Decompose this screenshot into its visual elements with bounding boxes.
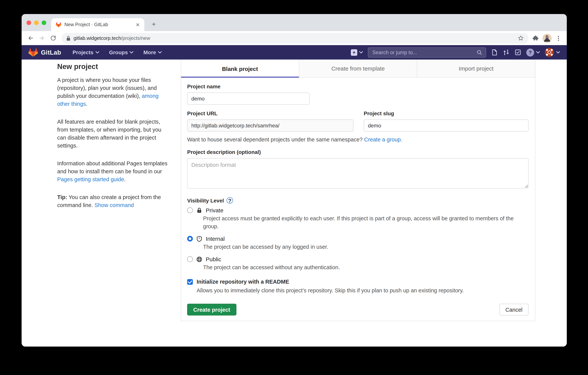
- url-path: /projects/new: [121, 35, 150, 41]
- back-arrow-icon: [27, 35, 33, 41]
- sidebar-tip: Tip: You can also create a project from …: [57, 193, 168, 209]
- project-description-label: Project description (optional): [187, 149, 528, 155]
- private-option-description: Project access must be granted explicitl…: [203, 215, 528, 231]
- form-actions: Create project Cancel: [187, 304, 528, 315]
- reload-icon: [50, 35, 56, 41]
- browser-tab-title: New Project · GitLab: [64, 22, 131, 27]
- search-input[interactable]: [372, 49, 474, 55]
- url-text: gitlab.widgetcorp.tech/projects/new: [74, 35, 514, 41]
- bookmark-star-icon[interactable]: [517, 35, 524, 41]
- tab-create-from-template[interactable]: Create from template: [299, 60, 417, 78]
- chevron-down-icon[interactable]: [536, 51, 540, 54]
- gitlab-brand[interactable]: GitLab: [28, 48, 61, 57]
- browser-window: New Project · GitLab ✕ + gitlab.widgetc: [21, 14, 567, 347]
- traffic-lights: [27, 21, 46, 25]
- visibility-option-private: Private Project access must be granted e…: [187, 207, 528, 231]
- chevron-down-icon: [158, 51, 162, 54]
- gitlab-brand-name: GitLab: [41, 49, 61, 56]
- browser-menu-icon[interactable]: [556, 35, 561, 41]
- readme-checkbox[interactable]: [187, 279, 193, 285]
- visibility-option-internal: Internal The project can be accessed by …: [187, 235, 528, 251]
- visibility-level-label: Visibility Level: [187, 197, 224, 203]
- cancel-button[interactable]: Cancel: [499, 304, 528, 315]
- menu-projects[interactable]: Projects: [73, 49, 99, 55]
- project-name-input[interactable]: [187, 92, 310, 105]
- new-tab-button[interactable]: +: [149, 19, 159, 29]
- chevron-down-icon: [130, 51, 134, 54]
- public-option-label[interactable]: Public: [206, 256, 221, 262]
- search-icon: [477, 49, 482, 55]
- visibility-option-public: Public The project can be accessed witho…: [187, 256, 528, 272]
- tab-blank-project[interactable]: Blank project: [181, 60, 299, 78]
- issues-icon[interactable]: [491, 49, 498, 56]
- tab-close-icon[interactable]: ✕: [134, 22, 141, 27]
- reload-button[interactable]: [48, 33, 58, 43]
- menu-more[interactable]: More: [143, 49, 162, 55]
- namespace-hint: Want to house several dependent projects…: [187, 136, 528, 143]
- sidebar-paragraph: All features are enabled for blank proje…: [57, 118, 168, 150]
- tab-import-project[interactable]: Import project: [417, 60, 535, 78]
- create-a-group-link[interactable]: Create a group.: [364, 136, 402, 143]
- project-slug-label: Project slug: [364, 110, 528, 116]
- lock-icon: [196, 207, 202, 213]
- readme-label[interactable]: Initialize repository with a README: [197, 279, 289, 285]
- project-type-tabs: Blank project Create from template Impor…: [181, 60, 535, 78]
- chevron-down-icon: [95, 51, 99, 54]
- gitlab-menus: Projects Groups More: [73, 49, 162, 55]
- project-url-label: Project URL: [187, 110, 354, 116]
- browser-tab[interactable]: New Project · GitLab ✕: [51, 18, 144, 31]
- user-avatar[interactable]: [545, 48, 554, 57]
- menu-groups[interactable]: Groups: [109, 49, 134, 55]
- url-domain: gitlab.widgetcorp.tech: [74, 35, 121, 41]
- new-project-form: Project name Project URL Project slug Wa…: [181, 83, 535, 315]
- zoom-window-button[interactable]: [42, 21, 46, 25]
- lock-icon: [66, 35, 71, 41]
- help-icon[interactable]: ?: [526, 48, 534, 56]
- internal-option-label[interactable]: Internal: [206, 235, 225, 242]
- internal-option-description: The project can be accessed by any logge…: [203, 243, 528, 251]
- page-title: New project: [57, 63, 168, 71]
- sidebar-paragraph: A project is where you house your files …: [57, 76, 168, 108]
- address-bar[interactable]: gitlab.widgetcorp.tech/projects/new: [62, 33, 528, 44]
- sidebar-paragraph: Information about additional Pages templ…: [57, 160, 168, 184]
- browser-toolbar: gitlab.widgetcorp.tech/projects/new: [21, 31, 567, 45]
- back-button[interactable]: [25, 33, 35, 43]
- gitlab-navbar: GitLab Projects Groups More +: [21, 45, 567, 60]
- close-window-button[interactable]: [27, 21, 31, 25]
- gitlab-favicon-icon: [56, 22, 61, 27]
- chevron-down-icon[interactable]: [359, 51, 363, 54]
- gitlab-logo-icon: [28, 48, 38, 57]
- merge-requests-icon[interactable]: [503, 49, 510, 56]
- new-item-plus-icon[interactable]: +: [351, 49, 357, 55]
- profile-avatar[interactable]: [543, 33, 552, 43]
- new-project-panel: Blank project Create from template Impor…: [181, 60, 535, 321]
- visibility-help-icon[interactable]: ?: [227, 197, 233, 204]
- todos-icon[interactable]: [514, 49, 521, 56]
- extensions-puzzle-icon[interactable]: [532, 35, 539, 41]
- private-radio[interactable]: [187, 207, 193, 213]
- forward-button[interactable]: [37, 33, 47, 43]
- toolbar-right: [532, 33, 563, 43]
- tip-label: Tip:: [57, 194, 67, 200]
- pages-guide-link[interactable]: Pages getting started guide: [57, 176, 124, 182]
- project-description-textarea[interactable]: [187, 158, 528, 188]
- create-project-button[interactable]: Create project: [187, 304, 236, 315]
- minimize-window-button[interactable]: [34, 21, 39, 25]
- readme-description: Allows you to immediately clone this pro…: [197, 287, 528, 295]
- page-content: New project A project is where you house…: [21, 60, 567, 347]
- show-command-link[interactable]: Show command: [94, 202, 134, 208]
- sidebar: New project A project is where you house…: [57, 63, 168, 219]
- visibility-level-row: Visibility Level ?: [187, 197, 528, 204]
- chevron-down-icon[interactable]: [556, 51, 560, 54]
- public-radio[interactable]: [187, 256, 193, 262]
- gitlab-navbar-right: +: [351, 47, 560, 57]
- private-option-label[interactable]: Private: [206, 207, 223, 213]
- screenshot-stage: New Project · GitLab ✕ + gitlab.widgetc: [0, 0, 588, 375]
- global-search[interactable]: [368, 47, 486, 57]
- project-slug-input[interactable]: [364, 120, 528, 132]
- browser-titlebar: New Project · GitLab ✕ +: [21, 14, 567, 31]
- project-name-label: Project name: [187, 83, 528, 89]
- forward-arrow-icon: [38, 35, 45, 41]
- internal-radio[interactable]: [187, 236, 193, 242]
- project-url-input[interactable]: [187, 120, 354, 132]
